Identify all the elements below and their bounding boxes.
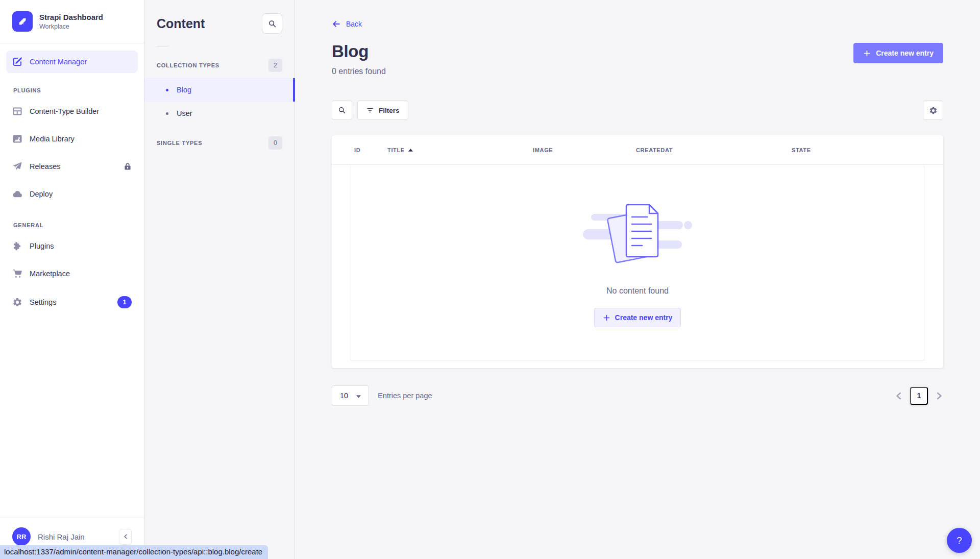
- subnav-title: Content: [157, 16, 205, 31]
- sidebar-item-label: Deploy: [30, 190, 53, 198]
- sidebar-item-plugins[interactable]: Plugins: [6, 232, 138, 260]
- column-header-title[interactable]: TITLE: [387, 147, 533, 153]
- sidebar-nav: Content Manager PLUGINS Content-Type Bui…: [0, 43, 144, 518]
- empty-state-message: No content found: [606, 286, 669, 296]
- column-header-state[interactable]: STATE: [792, 147, 931, 153]
- bullet-icon: [166, 112, 168, 115]
- create-new-entry-label: Create new entry: [876, 49, 934, 57]
- strapi-admin-app: Strapi Dashboard Workplace Content Manag…: [0, 0, 980, 559]
- empty-state-create-button[interactable]: Create new entry: [594, 308, 681, 327]
- collection-types-count-badge: 2: [268, 59, 282, 72]
- page-head-text: Blog 0 entries found: [332, 42, 386, 76]
- column-header-image[interactable]: IMAGE: [533, 147, 636, 153]
- empty-documents-illustration: [580, 198, 695, 272]
- page-size-select[interactable]: 10: [332, 385, 369, 406]
- layout-icon: [12, 106, 22, 116]
- empty-state: No content found Create new entry: [351, 165, 924, 360]
- pagination: 10 Entries per page 1: [332, 385, 943, 406]
- previous-page-button[interactable]: [895, 391, 902, 401]
- subnav-item-blog[interactable]: Blog: [144, 78, 295, 102]
- sidebar-item-label: Settings: [30, 298, 56, 306]
- cart-icon: [12, 269, 22, 279]
- view-settings-button[interactable]: [923, 101, 943, 120]
- divider: [157, 46, 169, 46]
- subnav-search-button[interactable]: [262, 13, 282, 34]
- arrow-left-icon: [332, 19, 341, 29]
- sidebar-item-label: Content-Type Builder: [30, 107, 99, 115]
- bullet-icon: [166, 89, 168, 91]
- sidebar-item-marketplace[interactable]: Marketplace: [6, 260, 138, 287]
- gear-icon: [929, 106, 938, 115]
- sidebar-item-deploy[interactable]: Deploy: [6, 180, 138, 208]
- group-title: COLLECTION TYPES: [157, 62, 219, 68]
- group-header-collection-types: COLLECTION TYPES 2: [144, 52, 295, 78]
- strapi-logo-icon: [12, 11, 33, 32]
- chevron-left-icon: [896, 392, 901, 400]
- brand-workspace: Workplace: [39, 23, 103, 30]
- group-title: SINGLE TYPES: [157, 140, 202, 146]
- sidebar-item-releases[interactable]: Releases: [6, 153, 138, 180]
- sidebar-item-settings[interactable]: Settings 1: [6, 287, 138, 317]
- filter-icon: [366, 106, 374, 114]
- help-button[interactable]: ?: [947, 528, 972, 553]
- brand-title: Strapi Dashboard: [39, 13, 103, 21]
- sort-ascending-icon[interactable]: [408, 149, 413, 152]
- create-new-entry-button[interactable]: Create new entry: [853, 43, 943, 63]
- table-search-button[interactable]: [332, 101, 352, 120]
- subnav-item-label: User: [177, 109, 192, 117]
- sidebar-item-label: Marketplace: [30, 270, 70, 278]
- chevron-down-icon: [356, 392, 361, 400]
- sidebar-item-content-type-builder[interactable]: Content-Type Builder: [6, 98, 138, 125]
- plus-icon: [603, 314, 610, 322]
- lock-icon: [124, 162, 132, 171]
- image-icon: [12, 134, 22, 144]
- browser-status-bar: localhost:1337/admin/content-manager/col…: [0, 545, 268, 559]
- paper-plane-icon: [12, 161, 22, 172]
- entries-per-page-label: Entries per page: [378, 392, 432, 400]
- page-title: Blog: [332, 42, 386, 61]
- main-content: Back Blog 0 entries found Create new ent…: [295, 0, 980, 559]
- entries-table: ID TITLE IMAGE CREATEDAT STATE: [332, 135, 943, 368]
- sidebar-item-content-manager[interactable]: Content Manager: [6, 51, 138, 73]
- table-header-row: ID TITLE IMAGE CREATEDAT STATE: [332, 135, 943, 165]
- next-page-button[interactable]: [936, 391, 943, 401]
- search-icon: [268, 19, 277, 28]
- search-icon: [338, 106, 346, 114]
- main-sidebar: Strapi Dashboard Workplace Content Manag…: [0, 0, 144, 559]
- column-header-createdat[interactable]: CREATEDAT: [636, 147, 792, 153]
- filters-button[interactable]: Filters: [357, 101, 408, 120]
- sidebar-section-plugins: PLUGINS: [6, 73, 138, 98]
- sidebar-item-label: Releases: [30, 162, 60, 171]
- sidebar-item-media-library[interactable]: Media Library: [6, 125, 138, 153]
- sidebar-item-label: Plugins: [30, 242, 54, 250]
- back-link[interactable]: Back: [332, 19, 362, 29]
- column-header-id[interactable]: ID: [354, 147, 387, 153]
- avatar[interactable]: RR: [12, 527, 31, 546]
- sidebar-item-label: Content Manager: [30, 58, 87, 66]
- workspace-switcher[interactable]: Strapi Dashboard Workplace: [0, 0, 144, 43]
- chevron-left-icon: [124, 534, 128, 539]
- page-1-button[interactable]: 1: [910, 387, 928, 405]
- filters-label: Filters: [379, 107, 400, 114]
- back-label: Back: [346, 20, 362, 28]
- sidebar-item-label: Media Library: [30, 135, 75, 143]
- sidebar-section-general: GENERAL: [6, 208, 138, 232]
- sidebar-collapse-button[interactable]: [119, 529, 132, 545]
- puzzle-icon: [12, 241, 22, 251]
- chevron-right-icon: [937, 392, 942, 400]
- subnav-item-user[interactable]: User: [144, 102, 295, 125]
- cloud-icon: [12, 189, 22, 199]
- single-types-count-badge: 0: [268, 136, 282, 150]
- empty-state-create-label: Create new entry: [615, 313, 673, 322]
- group-header-single-types: SINGLE TYPES 0: [144, 129, 295, 156]
- pen-icon: [12, 57, 22, 67]
- subnav-item-label: Blog: [177, 86, 191, 94]
- user-name: Rishi Raj Jain: [38, 532, 85, 541]
- content-subnav: Content COLLECTION TYPES 2 Blog User SIN…: [144, 0, 295, 559]
- entries-count: 0 entries found: [332, 67, 386, 76]
- page-size-value: 10: [340, 392, 348, 400]
- plus-icon: [863, 50, 871, 57]
- brand-text: Strapi Dashboard Workplace: [39, 13, 103, 30]
- gear-icon: [12, 297, 22, 307]
- settings-notification-badge: 1: [117, 296, 132, 308]
